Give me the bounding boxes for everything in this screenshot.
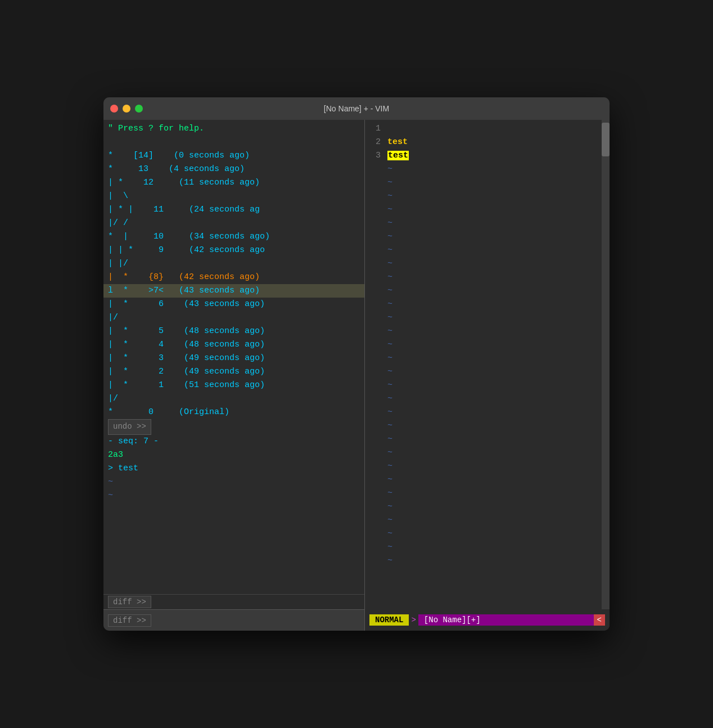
line-entry-12: | * 12 (11 seconds ago) [103, 176, 364, 190]
line-entry-1: | * 1 (51 seconds ago) [103, 379, 364, 392]
diff-label: diff >> [108, 596, 151, 608]
line3-text: test [387, 149, 409, 162]
right-tilde-8: ~ [365, 257, 602, 271]
undo-label: undo >> [108, 419, 151, 435]
right-tilde-14: ~ [365, 338, 602, 352]
line-empty1 [103, 136, 364, 149]
right-tilde-21: ~ [365, 433, 602, 446]
line-branch5: |/ [103, 392, 364, 406]
scrollbar-thumb[interactable] [602, 123, 610, 156]
line-entry-7-current: l * >7< (43 seconds ago) [103, 284, 364, 298]
cmd-line: 2a3 [103, 448, 364, 462]
line-branch1: | \ [103, 190, 364, 203]
right-tilde-5: ~ [365, 217, 602, 230]
right-tilde-3: ~ [365, 190, 602, 203]
status-right: NORMAL > [No Name][+] < [365, 609, 610, 631]
content-line: > test [103, 462, 364, 475]
right-tilde-10: ~ [365, 284, 602, 298]
cmd-text: 2a3 [108, 448, 123, 461]
right-tilde-17: ~ [365, 379, 602, 392]
file-content: 1 2 test 3 test ~ ~ ~ ~ ~ ~ [365, 120, 602, 609]
scrollbar[interactable] [602, 120, 610, 609]
maximize-button[interactable] [135, 105, 143, 113]
right-line-2: 2 test [365, 136, 602, 149]
comment-text: " Press ? for help. [108, 122, 204, 135]
line-entry-8: | * {8} (42 seconds ago) [103, 271, 364, 284]
line2-text: test [387, 136, 408, 149]
right-tilde-1: ~ [365, 163, 602, 176]
line-entry-14: * [14] (0 seconds ago) [103, 149, 364, 163]
line-entry-3: | * 3 (49 seconds ago) [103, 352, 364, 365]
undo-tree-content: " Press ? for help. * [14] (0 seconds ag… [103, 120, 364, 594]
right-tilde-28: ~ [365, 527, 602, 541]
line-entry-5: | * 5 (48 seconds ago) [103, 325, 364, 338]
diff-status-label: diff >> [108, 614, 151, 627]
line-entry-6: | * 6 (43 seconds ago) [103, 298, 364, 311]
line-entry-11: | * | 11 (24 seconds ag [103, 203, 364, 217]
line-entry-10: * | 10 (34 seconds ago) [103, 230, 364, 244]
titlebar: [No Name] + - VIM [103, 97, 610, 120]
right-tilde-19: ~ [365, 406, 602, 419]
right-tilde-12: ~ [365, 311, 602, 325]
right-tilde-22: ~ [365, 446, 602, 460]
line-branch3: | |/ [103, 257, 364, 271]
traffic-lights [110, 105, 143, 113]
line-entry-0: * 0 (Original) [103, 406, 364, 419]
filename-badge: [No Name][+] [418, 614, 594, 626]
status-end-marker: < [594, 614, 605, 626]
content-text: > test [108, 462, 138, 475]
cursor: test [387, 151, 409, 160]
line-entry-9: | | * 9 (42 seconds ago [103, 244, 364, 257]
right-tilde-26: ~ [365, 500, 602, 514]
seq-text: - seq: 7 - [108, 435, 159, 448]
editor-area: " Press ? for help. * [14] (0 seconds ag… [103, 120, 610, 609]
right-tilde-2: ~ [365, 176, 602, 190]
right-tilde-24: ~ [365, 473, 602, 487]
right-tilde-27: ~ [365, 514, 602, 527]
right-tilde-15: ~ [365, 352, 602, 365]
right-tilde-29: ~ [365, 541, 602, 554]
right-line-1: 1 [365, 122, 602, 136]
right-tilde-25: ~ [365, 487, 602, 500]
right-line-3: 3 test [365, 149, 602, 163]
right-tilde-11: ~ [365, 298, 602, 311]
vim-window: [No Name] + - VIM " Press ? for help. * … [103, 97, 610, 631]
right-pane: 1 2 test 3 test ~ ~ ~ ~ ~ ~ [365, 120, 602, 609]
seq-line: - seq: 7 - [103, 435, 364, 448]
right-tilde-23: ~ [365, 460, 602, 473]
right-tilde-20: ~ [365, 419, 602, 433]
mode-arrow-icon: > [411, 615, 416, 624]
right-tilde-16: ~ [365, 365, 602, 379]
right-tilde-4: ~ [365, 203, 602, 217]
right-tilde-13: ~ [365, 325, 602, 338]
line-entry-2: | * 2 (49 seconds ago) [103, 365, 364, 379]
mode-badge: NORMAL [369, 614, 409, 626]
right-tilde-9: ~ [365, 271, 602, 284]
line-branch4: |/ [103, 311, 364, 325]
right-tilde-6: ~ [365, 230, 602, 244]
line-comment: " Press ? for help. [103, 122, 364, 136]
line-entry-4: | * 4 (48 seconds ago) [103, 338, 364, 352]
window-title: [No Name] + - VIM [324, 104, 389, 113]
minimize-button[interactable] [123, 105, 130, 113]
undo-label-row: undo >> [103, 419, 364, 435]
status-bar: diff >> NORMAL > [No Name][+] < [103, 609, 610, 631]
tilde-left-2: ~ [103, 489, 364, 502]
tilde-left-1: ~ [103, 475, 364, 489]
right-tilde-7: ~ [365, 244, 602, 257]
close-button[interactable] [110, 105, 118, 113]
line-branch2: |/ / [103, 217, 364, 230]
right-tilde-18: ~ [365, 392, 602, 406]
line-entry-13: * 13 (4 seconds ago) [103, 163, 364, 176]
left-pane: " Press ? for help. * [14] (0 seconds ag… [103, 120, 365, 609]
diff-label-row: diff >> [103, 594, 364, 609]
status-left: diff >> [103, 609, 365, 631]
right-tilde-30: ~ [365, 554, 602, 568]
